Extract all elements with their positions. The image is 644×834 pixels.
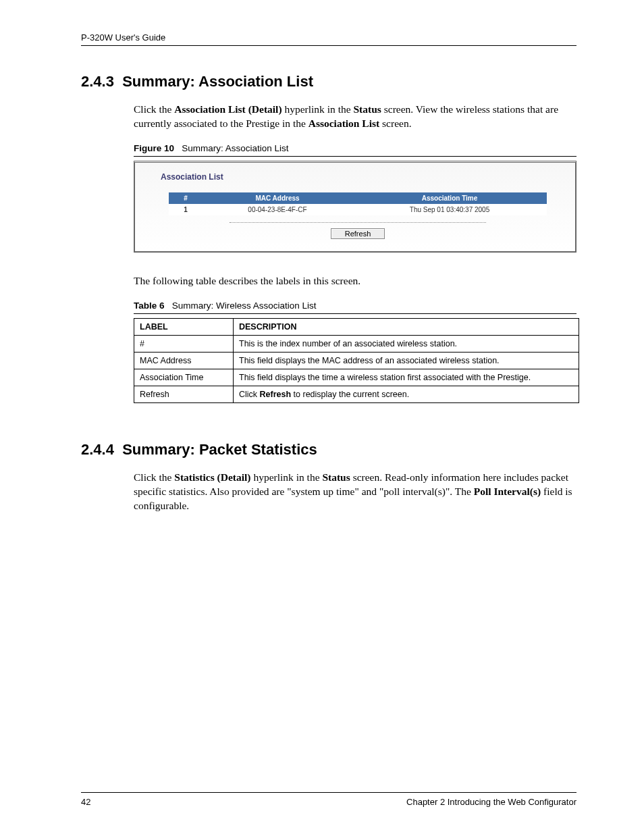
section2-paragraph: Click the Statistics (Detail) hyperlink …	[134, 471, 576, 513]
table-row: # This is the index number of an associa…	[134, 335, 579, 352]
association-list-table: # MAC Address Association Time 1 00-04-2…	[169, 192, 547, 215]
th-label: LABEL	[134, 318, 234, 335]
mid-paragraph: The following table describes the labels…	[134, 274, 576, 288]
figure-10: Association List # MAC Address Associati…	[134, 161, 576, 253]
separator	[230, 222, 486, 223]
th-description: DESCRIPTION	[234, 318, 579, 335]
table-6: LABEL DESCRIPTION # This is the index nu…	[134, 318, 579, 403]
figure-panel-title: Association List	[161, 172, 555, 182]
section-title: Summary: Packet Statistics	[122, 441, 317, 458]
table-row: MAC Address This field displays the MAC …	[134, 352, 579, 369]
section-number: 2.4.4	[81, 441, 114, 458]
page-number: 42	[81, 797, 90, 807]
footer: 42 Chapter 2 Introducing the Web Configu…	[81, 792, 576, 807]
section-title: Summary: Association List	[122, 73, 313, 90]
table-row: 1 00-04-23-8E-4F-CF Thu Sep 01 03:40:37 …	[169, 204, 547, 215]
running-head: P-320W User's Guide	[81, 32, 576, 46]
col-index: #	[169, 192, 203, 204]
table-row: Refresh Click Refresh to redisplay the c…	[134, 386, 579, 402]
figure-caption: Figure 10 Summary: Association List	[134, 143, 576, 157]
chapter-label: Chapter 2 Introducing the Web Configurat…	[406, 797, 576, 807]
heading-2-4-3: 2.4.3 Summary: Association List	[81, 73, 576, 90]
table-row: Association Time This field displays the…	[134, 369, 579, 386]
refresh-button[interactable]: Refresh	[331, 228, 385, 239]
col-time: Association Time	[352, 192, 547, 204]
table6-caption: Table 6 Summary: Wireless Association Li…	[134, 301, 576, 314]
section1-paragraph: Click the Association List (Detail) hype…	[134, 103, 576, 131]
section-number: 2.4.3	[81, 73, 114, 90]
col-mac: MAC Address	[203, 192, 352, 204]
heading-2-4-4: 2.4.4 Summary: Packet Statistics	[81, 441, 576, 459]
